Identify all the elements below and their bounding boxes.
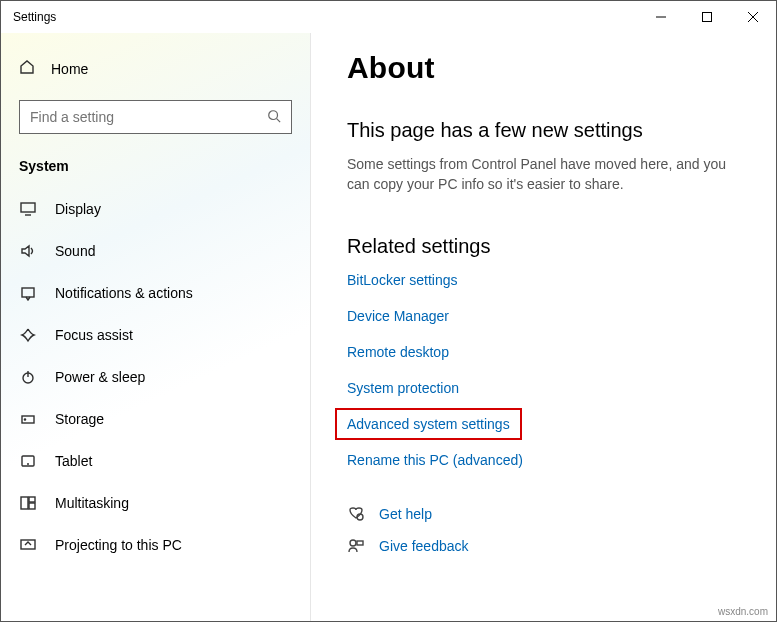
svg-rect-17 [29, 503, 35, 509]
notifications-icon [19, 285, 37, 301]
focus-assist-icon [19, 327, 37, 343]
sidebar-item-notifications[interactable]: Notifications & actions [1, 272, 310, 314]
sidebar-item-label: Focus assist [55, 327, 133, 343]
home-button[interactable]: Home [1, 51, 310, 86]
feedback-link[interactable]: Give feedback [379, 538, 469, 554]
sidebar-item-label: Sound [55, 243, 95, 259]
help-section: Get help Give feedback [347, 506, 748, 554]
storage-icon [19, 411, 37, 427]
link-advanced-system-settings[interactable]: Advanced system settings [335, 408, 522, 440]
sidebar-item-label: Tablet [55, 453, 92, 469]
svg-point-12 [24, 419, 25, 420]
sidebar-item-label: Display [55, 201, 101, 217]
subheading: This page has a few new settings [347, 119, 748, 142]
sidebar: Home System Display Sound Notifications … [1, 33, 311, 621]
home-icon [19, 59, 35, 78]
search-field[interactable] [30, 109, 267, 125]
sidebar-item-focus-assist[interactable]: Focus assist [1, 314, 310, 356]
svg-rect-15 [21, 497, 28, 509]
feedback-row[interactable]: Give feedback [347, 538, 748, 554]
link-bitlocker[interactable]: BitLocker settings [347, 272, 458, 288]
related-links: BitLocker settings Device Manager Remote… [347, 272, 748, 468]
search-input[interactable] [19, 100, 292, 134]
sidebar-item-power[interactable]: Power & sleep [1, 356, 310, 398]
link-rename-pc[interactable]: Rename this PC (advanced) [347, 452, 523, 468]
sidebar-item-multitasking[interactable]: Multitasking [1, 482, 310, 524]
sidebar-item-label: Projecting to this PC [55, 537, 182, 553]
svg-rect-6 [21, 203, 35, 212]
close-button[interactable] [730, 1, 776, 33]
sidebar-item-sound[interactable]: Sound [1, 230, 310, 272]
projecting-icon [19, 537, 37, 553]
multitasking-icon [19, 495, 37, 511]
sidebar-item-label: Notifications & actions [55, 285, 193, 301]
nav-list: Display Sound Notifications & actions Fo… [1, 188, 310, 566]
help-icon [347, 506, 365, 522]
sidebar-item-label: Storage [55, 411, 104, 427]
get-help-link[interactable]: Get help [379, 506, 432, 522]
power-icon [19, 369, 37, 385]
maximize-button[interactable] [684, 1, 730, 33]
search-icon [267, 109, 281, 126]
titlebar: Settings [1, 1, 776, 33]
section-heading: System [1, 152, 310, 188]
svg-point-4 [269, 110, 278, 119]
link-device-manager[interactable]: Device Manager [347, 308, 449, 324]
description: Some settings from Control Panel have mo… [347, 154, 748, 195]
svg-point-20 [350, 540, 356, 546]
feedback-icon [347, 538, 365, 554]
sidebar-item-label: Multitasking [55, 495, 129, 511]
sidebar-item-label: Power & sleep [55, 369, 145, 385]
svg-rect-16 [29, 497, 35, 502]
sidebar-item-projecting[interactable]: Projecting to this PC [1, 524, 310, 566]
home-label: Home [51, 61, 88, 77]
sidebar-item-storage[interactable]: Storage [1, 398, 310, 440]
watermark: wsxdn.com [718, 606, 768, 617]
window-title: Settings [13, 10, 56, 24]
svg-rect-1 [703, 13, 712, 22]
svg-line-5 [277, 118, 281, 122]
link-remote-desktop[interactable]: Remote desktop [347, 344, 449, 360]
tablet-icon [19, 453, 37, 469]
window-controls [638, 1, 776, 33]
get-help-row[interactable]: Get help [347, 506, 748, 522]
sidebar-item-display[interactable]: Display [1, 188, 310, 230]
svg-rect-8 [22, 288, 34, 297]
minimize-button[interactable] [638, 1, 684, 33]
related-heading: Related settings [347, 235, 748, 258]
sound-icon [19, 243, 37, 259]
display-icon [19, 201, 37, 217]
sidebar-item-tablet[interactable]: Tablet [1, 440, 310, 482]
link-system-protection[interactable]: System protection [347, 380, 459, 396]
content-pane: About This page has a few new settings S… [311, 33, 776, 621]
svg-rect-21 [357, 541, 363, 545]
page-title: About [347, 51, 748, 85]
